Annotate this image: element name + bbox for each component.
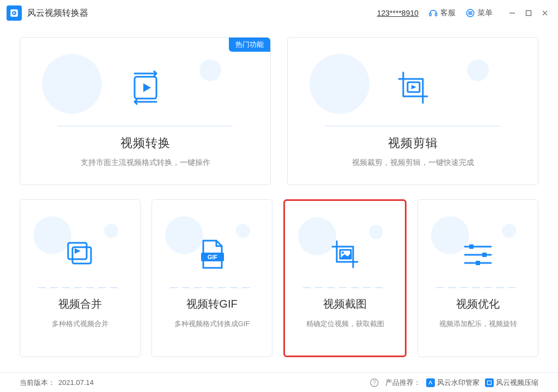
app-title: 风云视频转换器 [27, 8, 88, 19]
card-video-capture[interactable]: 视频截图 精确定位视频，获取截图 [283, 199, 407, 357]
recommend-label: 产品推荐： [385, 378, 421, 388]
support-button[interactable]: 客服 [428, 8, 456, 18]
card-video-convert[interactable]: 热门功能 视频转换 支持市面主流视频格式转换，一键操作 [20, 37, 271, 185]
card-desc: 视频添加配乐，视频旋转 [439, 319, 517, 329]
menu-label: 菜单 [477, 8, 493, 18]
gif-icon: GIF [152, 228, 272, 282]
optimize-icon [418, 228, 538, 282]
svg-rect-10 [526, 11, 531, 16]
user-id-link[interactable]: 123****8910 [377, 9, 418, 17]
minimize-button[interactable] [506, 7, 519, 20]
recommend-item-watermark[interactable]: 风云水印管家 [426, 378, 480, 388]
edit-icon [288, 55, 538, 120]
card-desc: 多种格式视频合并 [52, 319, 108, 329]
main-content: 热门功能 视频转换 支持市面主流视频格式转换，一键操作 视频剪辑 视频裁剪，视频… [0, 26, 558, 363]
card-title: 视频剪辑 [388, 135, 438, 151]
title-bar: 风云视频转换器 123****8910 客服 菜单 [0, 0, 558, 26]
version-value: 2021.07.14 [58, 378, 94, 387]
maximize-button[interactable] [522, 7, 535, 20]
svg-point-23 [342, 252, 344, 254]
merge-icon [20, 228, 140, 282]
close-button[interactable] [538, 7, 551, 20]
card-video-gif[interactable]: GIF 视频转GIF 多种视频格式转换成GIF [151, 199, 272, 357]
card-title: 视频转GIF [186, 297, 237, 311]
svg-marker-19 [75, 248, 81, 254]
card-video-edit[interactable]: 视频剪辑 视频裁剪，视频剪辑，一键快速完成 [287, 37, 538, 185]
svg-text:GIF: GIF [208, 254, 218, 260]
menu-button[interactable]: 菜单 [465, 8, 493, 18]
svg-rect-33 [488, 381, 492, 384]
svg-rect-4 [435, 13, 437, 16]
headset-icon [428, 8, 438, 18]
card-title: 视频合并 [58, 297, 102, 311]
convert-icon [20, 55, 270, 120]
app-logo-icon [7, 5, 22, 21]
recommend-item-compress[interactable]: 风云视频压缩 [485, 378, 538, 388]
svg-rect-28 [482, 253, 487, 257]
compress-icon [485, 378, 494, 387]
version-label: 当前版本： [20, 378, 55, 388]
card-desc: 视频裁剪，视频剪辑，一键快速完成 [352, 158, 474, 168]
recommend-label-1: 风云水印管家 [437, 378, 480, 388]
watermark-icon [426, 378, 435, 387]
footer-bar: 当前版本： 2021.07.14 ? 产品推荐： 风云水印管家 风云视频压缩 [0, 372, 558, 392]
svg-rect-3 [429, 13, 431, 16]
recommend-label-2: 风云视频压缩 [496, 378, 538, 388]
card-desc: 支持市面主流视频格式转换，一键操作 [81, 158, 210, 168]
support-label: 客服 [440, 8, 456, 18]
card-video-merge[interactable]: 视频合并 多种格式视频合并 [20, 199, 141, 357]
card-title: 视频优化 [456, 297, 500, 311]
card-title: 视频截图 [323, 297, 367, 311]
menu-icon [465, 8, 475, 18]
capture-icon [285, 228, 405, 282]
card-desc: 多种视频格式转换成GIF [174, 319, 250, 329]
svg-marker-14 [143, 83, 151, 92]
card-title: 视频转换 [120, 135, 171, 151]
card-video-optimize[interactable]: 视频优化 视频添加配乐，视频旋转 [417, 199, 538, 357]
svg-rect-30 [476, 261, 480, 265]
svg-rect-26 [469, 244, 474, 249]
hot-badge: 热门功能 [229, 38, 270, 52]
svg-text:?: ? [373, 380, 376, 386]
svg-marker-24 [340, 253, 351, 259]
help-icon: ? [370, 378, 379, 387]
svg-marker-16 [411, 85, 416, 89]
card-desc: 精确定位视频，获取截图 [306, 319, 384, 329]
